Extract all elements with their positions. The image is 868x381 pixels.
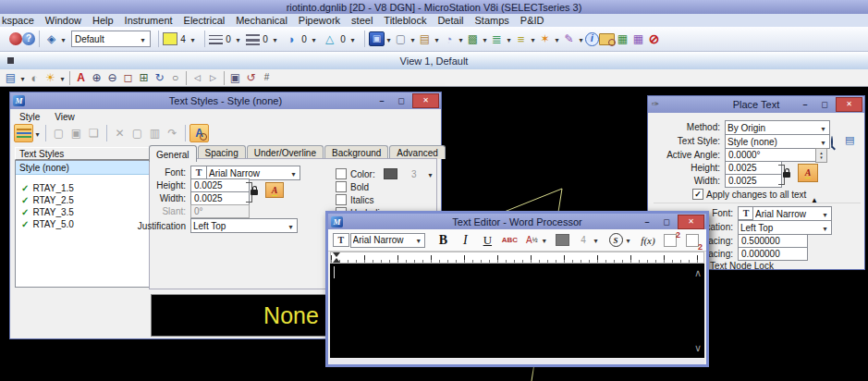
transparency-icon[interactable] — [283, 31, 299, 46]
view-attributes-icon[interactable] — [73, 70, 89, 85]
chevron-down-icon[interactable] — [18, 73, 27, 83]
priority-icon[interactable] — [322, 31, 337, 46]
chevron-down-icon[interactable] — [58, 73, 67, 83]
project-explorer-icon[interactable] — [615, 31, 630, 46]
menu-item[interactable]: kspace — [2, 15, 34, 26]
menu-item[interactable]: Electrical — [184, 15, 226, 26]
preview-toggle-button[interactable] — [189, 124, 209, 142]
update-view-icon[interactable] — [243, 70, 259, 85]
text-attributes-button[interactable] — [798, 164, 818, 182]
style-list-item[interactable]: RTAY_1.5 — [16, 182, 153, 194]
window-area-icon[interactable] — [120, 70, 136, 85]
copy-view-icon[interactable] — [227, 70, 243, 85]
tab-advanced[interactable]: Advanced — [389, 145, 445, 159]
zoom-in-icon[interactable] — [89, 70, 104, 85]
angle-spinner[interactable] — [815, 148, 827, 163]
active-angle-input[interactable]: 0.0000° — [725, 148, 819, 162]
style-list-button[interactable] — [14, 124, 33, 142]
reference-icon[interactable] — [489, 31, 505, 46]
subscript-button[interactable]: 2 — [684, 232, 701, 249]
update-style-button[interactable]: ▥ — [146, 125, 164, 141]
menu-item[interactable]: Stamps — [475, 15, 509, 26]
height-input[interactable]: 0.0025 — [190, 178, 250, 192]
tab-general[interactable]: General — [149, 145, 197, 162]
text-editor-canvas[interactable] — [330, 264, 704, 358]
tab-under-overline[interactable]: Under/Overline — [247, 145, 324, 159]
markup-icon[interactable] — [561, 31, 577, 46]
minimize-button[interactable] — [797, 98, 813, 111]
maximize-button[interactable] — [658, 215, 675, 228]
line-spacing-input[interactable]: 0.500000 — [738, 234, 808, 248]
width-input[interactable]: 0.0025 — [190, 191, 250, 205]
chevron-down-icon[interactable] — [33, 129, 42, 139]
underline-button[interactable]: U — [479, 232, 495, 249]
new-style-button[interactable]: ▢ — [50, 125, 67, 141]
chevron-down-icon[interactable] — [624, 235, 632, 245]
close-button[interactable] — [678, 215, 704, 229]
menu-item[interactable]: Mechanical — [236, 15, 287, 26]
height-width-lock[interactable] — [778, 165, 788, 185]
minimize-button[interactable] — [373, 94, 390, 107]
style-list[interactable]: Style (none) RTAY_1.5 RTAY_2.5 — [15, 160, 153, 288]
fence-icon[interactable] — [630, 31, 646, 46]
chevron-down-icon[interactable] — [271, 34, 279, 44]
bold-checkbox[interactable] — [336, 181, 347, 192]
bold-button[interactable]: B — [434, 232, 451, 249]
justification-combo[interactable]: Left Top — [738, 220, 832, 235]
text-color-swatch[interactable] — [556, 234, 569, 246]
italics-checkbox[interactable] — [336, 194, 347, 205]
line-weight-icon[interactable] — [246, 33, 260, 45]
chevron-down-icon[interactable] — [385, 34, 393, 44]
magnifier-icon[interactable] — [831, 136, 833, 148]
apply-all-checkbox[interactable] — [692, 189, 703, 200]
tab-background[interactable]: Background — [324, 145, 388, 159]
chevron-down-icon[interactable] — [234, 34, 242, 44]
no-snap-icon[interactable] — [646, 31, 662, 46]
view-window-titlebar[interactable]: View 1, Default — [0, 52, 868, 69]
pan-icon[interactable] — [167, 70, 183, 85]
chevron-down-icon[interactable] — [348, 34, 357, 44]
indent-marker-bottom[interactable] — [333, 258, 340, 263]
clip-volume-icon[interactable] — [259, 70, 275, 85]
view-next-icon[interactable] — [205, 70, 221, 85]
chevron-down-icon[interactable] — [529, 34, 537, 44]
scroll-down-icon[interactable] — [694, 342, 702, 354]
menu-item[interactable]: Titleblock — [384, 15, 426, 26]
minimize-button[interactable] — [639, 215, 655, 228]
close-button[interactable] — [412, 93, 439, 108]
spacing-input[interactable]: 0.000000 — [738, 247, 808, 261]
chevron-down-icon[interactable] — [592, 235, 600, 245]
text-styles-titlebar[interactable]: Text Styles - Style (none) — [10, 92, 441, 109]
superscript-button[interactable]: 2 — [662, 232, 679, 249]
fit-view-icon[interactable] — [136, 70, 152, 85]
delete-style-button[interactable]: ✕ — [111, 125, 128, 141]
spell-check-icon[interactable]: ABC — [501, 232, 518, 249]
menu-item[interactable]: steel — [351, 15, 373, 26]
view-display-icon[interactable] — [3, 70, 18, 85]
maximize-button[interactable] — [816, 98, 833, 111]
chevron-down-icon[interactable] — [310, 34, 318, 44]
line-style-icon[interactable] — [209, 33, 223, 45]
menu-item[interactable]: Instrument — [125, 15, 173, 26]
insert-field-button[interactable]: f(x) — [640, 232, 656, 249]
brightness-icon[interactable] — [43, 70, 58, 85]
copy-style-button[interactable]: ❏ — [85, 125, 103, 141]
menu-item[interactable]: Detail — [437, 15, 463, 26]
tab-spacing[interactable]: Spacing — [198, 145, 246, 159]
projectwise-icon[interactable] — [9, 32, 22, 45]
view-previous-icon[interactable] — [189, 70, 205, 85]
ruler[interactable] — [330, 252, 704, 264]
style-preview-icon[interactable]: ▤ — [845, 134, 854, 146]
chevron-down-icon[interactable] — [577, 34, 585, 44]
models-icon[interactable] — [417, 31, 433, 46]
chevron-down-icon[interactable] — [553, 34, 561, 44]
indent-marker-top[interactable] — [333, 252, 340, 257]
chevron-down-icon[interactable] — [409, 34, 417, 44]
import-style-button[interactable]: ▢ — [128, 125, 146, 141]
chevron-down-icon[interactable] — [505, 34, 513, 44]
style-list-item[interactable]: RTAY_2.5 — [16, 194, 153, 206]
remap-style-button[interactable]: ↷ — [164, 125, 181, 141]
chevron-down-icon[interactable] — [189, 34, 197, 44]
color-swatch[interactable] — [384, 168, 397, 179]
chevron-down-icon[interactable] — [139, 34, 147, 44]
